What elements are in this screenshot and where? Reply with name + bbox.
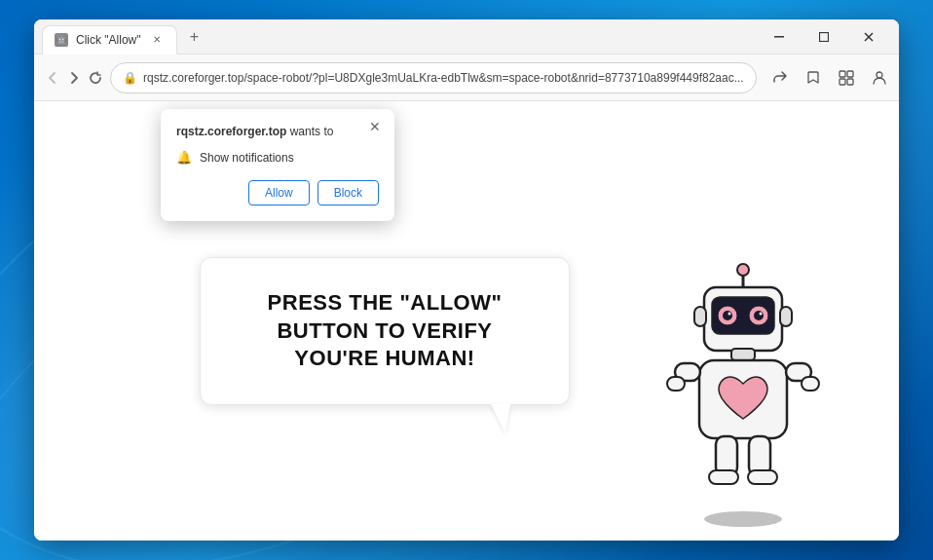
back-button[interactable]: [46, 64, 59, 92]
svg-rect-4: [840, 71, 845, 77]
profile-icon: [872, 70, 887, 86]
popup-buttons: Allow Block: [176, 180, 379, 205]
close-window-icon: [864, 32, 874, 42]
minimize-button[interactable]: [757, 19, 802, 55]
popup-permission-row: 🔔 Show notifications: [176, 150, 379, 165]
bookmark-button[interactable]: [798, 62, 829, 93]
maximize-icon: [819, 32, 829, 42]
bookmark-icon: [805, 70, 821, 86]
maximize-button[interactable]: [802, 19, 846, 55]
forward-button[interactable]: [67, 64, 81, 92]
svg-point-20: [754, 311, 764, 320]
popup-wants-text: wants to: [290, 125, 334, 138]
svg-point-14: [737, 264, 749, 276]
popup-site: rqstz.coreforger.top: [176, 125, 286, 138]
forward-icon: [67, 71, 81, 85]
allow-button[interactable]: Allow: [248, 180, 310, 205]
active-tab[interactable]: 🤖 Click "Allow" ✕: [42, 25, 177, 55]
svg-rect-7: [847, 79, 853, 85]
url-bar[interactable]: 🔒 rqstz.coreforger.top/space-robot/?pl=U…: [110, 62, 757, 93]
url-text: rqstz.coreforger.top/space-robot/?pl=U8D…: [143, 71, 744, 85]
bubble-text: PRESS THE "ALLOW" BUTTON TO VERIFY YOU'R…: [240, 289, 530, 373]
reload-icon: [89, 71, 102, 85]
svg-point-21: [728, 313, 731, 316]
title-bar: 🤖 Click "Allow" ✕ +: [34, 19, 899, 55]
share-icon: [772, 70, 788, 86]
tab-title: Click "Allow": [76, 33, 141, 47]
speech-bubble: PRESS THE "ALLOW" BUTTON TO VERIFY YOU'R…: [200, 257, 570, 405]
bell-icon: 🔔: [176, 150, 192, 165]
svg-rect-6: [840, 79, 845, 85]
svg-rect-30: [709, 470, 738, 484]
svg-rect-32: [748, 470, 777, 484]
svg-rect-34: [780, 307, 792, 326]
permission-text: Show notifications: [200, 151, 294, 165]
address-bar: 🔒 rqstz.coreforger.top/space-robot/?pl=U…: [34, 55, 899, 101]
robot-illustration: [646, 258, 840, 531]
back-icon: [46, 71, 59, 85]
bubble-text-line2: YOU'RE HUMAN!: [240, 345, 530, 373]
tab-area: 🤖 Click "Allow" ✕ +: [42, 19, 757, 54]
svg-rect-28: [802, 377, 819, 391]
popup-title: rqstz.coreforger.top wants to: [176, 125, 379, 138]
browser-window: 🤖 Click "Allow" ✕ +: [34, 19, 899, 541]
reload-button[interactable]: [89, 64, 102, 92]
extensions-button[interactable]: [831, 62, 862, 93]
minimize-icon: [774, 36, 784, 38]
svg-rect-1: [820, 32, 829, 41]
svg-rect-33: [694, 307, 706, 326]
svg-point-19: [723, 311, 732, 320]
svg-rect-0: [774, 36, 784, 38]
profile-button[interactable]: [864, 62, 895, 93]
ssl-lock-icon: 🔒: [123, 71, 137, 85]
close-window-button[interactable]: [846, 19, 891, 55]
bubble-text-line1: PRESS THE "ALLOW" BUTTON TO VERIFY: [240, 289, 530, 345]
popup-close-button[interactable]: ✕: [365, 117, 385, 136]
extensions-icon: [839, 70, 854, 86]
block-button[interactable]: Block: [317, 180, 379, 205]
notification-popup: ✕ rqstz.coreforger.top wants to 🔔 Show n…: [161, 109, 394, 221]
svg-rect-5: [847, 71, 853, 77]
menu-button[interactable]: [897, 62, 899, 93]
svg-rect-23: [731, 349, 755, 360]
share-button[interactable]: [765, 62, 796, 93]
new-tab-button[interactable]: +: [181, 23, 208, 51]
robot-svg: [646, 258, 840, 531]
svg-point-8: [877, 72, 882, 78]
tab-favicon: 🤖: [55, 33, 68, 47]
svg-rect-26: [667, 377, 685, 391]
svg-point-12: [704, 511, 782, 527]
window-controls: [757, 19, 891, 55]
svg-point-22: [760, 313, 763, 316]
toolbar-icons: [765, 62, 899, 93]
browser-content: ✕ rqstz.coreforger.top wants to 🔔 Show n…: [34, 101, 899, 541]
tab-close-button[interactable]: ✕: [149, 32, 165, 48]
